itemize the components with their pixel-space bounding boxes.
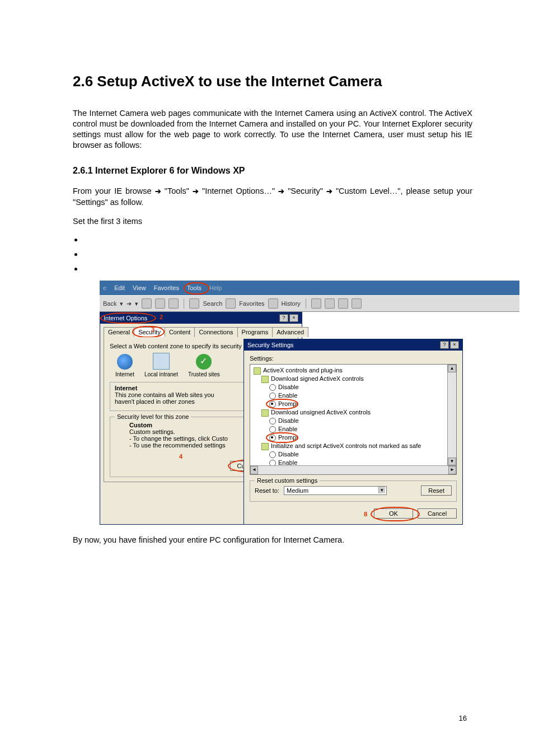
msg-icon[interactable] (352, 298, 362, 309)
scroll-up-icon[interactable]: ▲ (448, 365, 456, 372)
nav-part-a: From your IE browse (73, 186, 155, 195)
bullet-item (84, 260, 472, 275)
print-icon[interactable] (325, 298, 335, 309)
gear-icon (261, 443, 269, 450)
mail-icon[interactable] (311, 298, 321, 309)
list-item: Initialize and script ActiveX controls n… (271, 442, 421, 449)
scroll-down-icon[interactable]: ▼ (448, 458, 456, 465)
gear-icon (254, 367, 261, 375)
radio-icon[interactable] (269, 384, 276, 391)
radio-icon[interactable] (269, 418, 276, 424)
list-group: ActiveX controls and plug-ins (263, 367, 343, 374)
zone-label: Local intranet (144, 371, 178, 377)
toolbar-search[interactable]: Search (203, 300, 222, 307)
gear-icon (261, 376, 269, 383)
zone-internet[interactable]: Internet (115, 354, 134, 377)
option-disable: Disable (278, 384, 299, 390)
favorites-icon[interactable] (226, 298, 236, 309)
closing-paragraph: By now, you have finished your entire PC… (73, 535, 472, 546)
zone-label: Internet (115, 371, 134, 377)
bullet-item (84, 246, 472, 260)
page-number: 16 (459, 714, 467, 722)
scroll-right-icon[interactable]: ► (448, 466, 456, 474)
callout-4: 4 (179, 453, 182, 460)
list-item: Download signed ActiveX controls (271, 375, 364, 382)
stop-icon[interactable] (142, 298, 152, 309)
horizontal-scrollbar[interactable]: ◄ ► (250, 465, 456, 474)
help-button[interactable]: ? (279, 314, 288, 322)
toolbar-favorites[interactable]: Favorites (239, 300, 264, 307)
vertical-scrollbar[interactable]: ▲ ▼ (447, 365, 456, 465)
menu-view[interactable]: View (133, 284, 146, 291)
arrow-icon: ➔ (278, 187, 284, 195)
radio-icon[interactable] (269, 426, 276, 433)
reset-to-label: Reset to: (255, 487, 279, 494)
zone-label: Trusted sites (188, 371, 220, 377)
close-button[interactable]: × (450, 341, 459, 349)
globe-icon (117, 354, 133, 370)
security-level-label: Security level for this zone (115, 413, 191, 420)
ie-menubar: e Edit View Favorites Tools Help (100, 281, 519, 295)
option-enable: Enable (278, 426, 297, 432)
settings-label: Settings: (250, 355, 457, 362)
help-button[interactable]: ? (440, 341, 449, 349)
radio-icon[interactable] (269, 393, 276, 399)
bullet-item (84, 231, 472, 246)
menu-edit[interactable]: Edit (114, 284, 125, 291)
ie-toolbar: Back ▾➔▾ Search Favorites History (100, 295, 519, 312)
home-icon[interactable] (168, 298, 179, 309)
dialog-title: Security Settings (247, 342, 294, 348)
refresh-icon[interactable] (155, 298, 165, 309)
menu-help[interactable]: Help (209, 284, 222, 291)
list-item: Download unsigned ActiveX controls (271, 409, 371, 416)
set-first-items: Set the first 3 items (73, 216, 472, 227)
reset-group-label: Reset custom settings (255, 477, 320, 484)
arrow-icon: ➔ (326, 187, 332, 195)
tab-content[interactable]: Content (165, 327, 195, 337)
nav-part-b: "Tools" (165, 186, 193, 195)
toolbar-history[interactable]: History (282, 300, 301, 307)
settings-listbox[interactable]: ActiveX controls and plug-ins Download s… (250, 364, 457, 475)
callout-2: 2 (160, 314, 163, 320)
option-disable: Disable (278, 451, 299, 458)
intranet-icon (153, 353, 170, 370)
toolbar-back[interactable]: Back (103, 300, 116, 307)
trusted-icon (196, 354, 212, 370)
menu-favorites[interactable]: Favorites (154, 284, 179, 291)
radio-icon[interactable] (269, 451, 276, 458)
tab-connections[interactable]: Connections (194, 327, 237, 337)
nav-part-c: "Internet Options…" (202, 186, 278, 195)
arrow-icon: ➔ (193, 187, 199, 195)
gear-icon (261, 409, 269, 417)
scroll-left-icon[interactable]: ◄ (250, 466, 258, 474)
edit-icon[interactable] (338, 298, 348, 309)
arrow-icon: ➔ (155, 187, 161, 195)
option-disable: Disable (278, 417, 299, 424)
tab-general[interactable]: General (104, 327, 134, 337)
screenshot: e Edit View Favorites Tools Help Back ▾➔… (100, 281, 519, 525)
section-heading: 2.6 Setup ActiveX to use the Internet Ca… (73, 73, 472, 90)
search-icon[interactable] (189, 298, 199, 309)
nav-part-d: "Security" (288, 186, 326, 195)
reset-to-select[interactable]: Medium (284, 486, 387, 495)
history-icon[interactable] (268, 298, 278, 309)
tab-programs[interactable]: Programs (237, 327, 273, 337)
bullet-list (76, 231, 472, 275)
tab-strip: General Security Content Connections Pro… (100, 324, 302, 337)
callout-3: 3 (151, 326, 154, 333)
nav-instruction: From your IE browse ➔ "Tools" ➔ "Interne… (73, 186, 472, 208)
zone-trusted[interactable]: Trusted sites (188, 354, 220, 377)
subsection-heading: 2.6.1 Internet Explorer 6 for Windows XP (73, 166, 472, 176)
zone-intranet[interactable]: Local intranet (144, 353, 178, 377)
close-button[interactable]: × (289, 314, 298, 322)
tab-advanced[interactable]: Advanced (272, 327, 308, 337)
security-settings-dialog: Security Settings ? × Settings: ActiveX … (243, 339, 463, 525)
ss-cancel-button[interactable]: Cancel (418, 508, 457, 519)
option-enable: Enable (278, 392, 297, 399)
intro-paragraph: The Internet Camera web pages communicat… (73, 108, 472, 150)
callout-8: 8 (364, 511, 367, 517)
reset-button[interactable]: Reset (421, 486, 452, 496)
